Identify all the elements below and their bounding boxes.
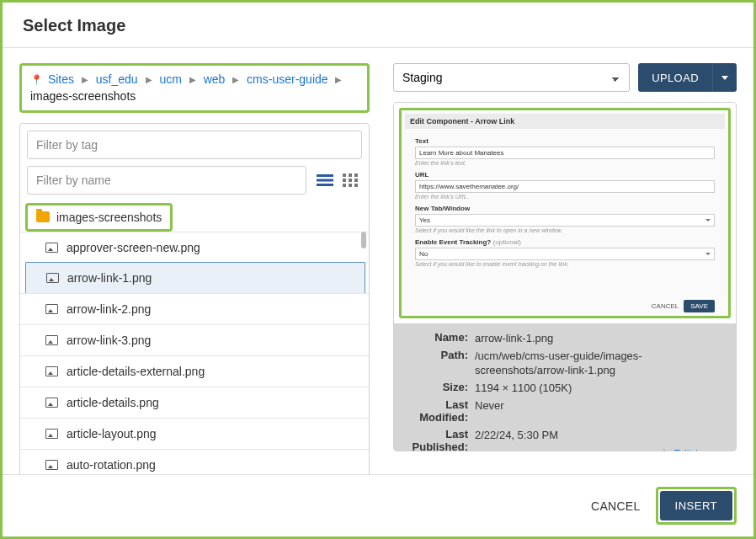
svg-rect-11 [354,184,358,187]
breadcrumb-link[interactable]: ucm [159,72,181,86]
chevron-right-icon: ▶ [335,74,342,87]
svg-rect-10 [349,184,352,187]
cancel-button[interactable]: CANCEL [591,499,641,513]
svg-rect-0 [317,174,333,177]
filter-tag-input[interactable] [27,131,362,159]
image-icon [45,243,58,253]
file-item[interactable]: approver-screen-new.png [20,232,369,263]
file-item[interactable]: arrow-link-1.png [25,262,365,294]
image-icon [45,429,58,439]
grid-view-icon[interactable] [338,168,362,192]
file-name: arrow-link-3.png [67,334,151,347]
file-name: article-details.png [67,396,159,409]
breadcrumb-link[interactable]: Sites [48,72,74,86]
chevron-right-icon: ▶ [146,74,152,87]
svg-rect-6 [343,179,346,182]
breadcrumb-link[interactable]: usf_edu [96,72,138,86]
breadcrumb-link[interactable]: web [204,72,226,86]
file-panel: images-screenshots approver-screen-new.p… [19,123,370,499]
insert-button[interactable]: INSERT [660,491,732,520]
meta-path: /ucm/web/cms-user-guide/images-screensho… [475,350,726,377]
environment-select[interactable]: Staging [393,63,630,92]
file-list: approver-screen-new.pngarrow-link-1.pnga… [20,232,369,498]
list-view-icon[interactable] [313,168,337,192]
meta-size: 1194 × 1100 (105K) [475,382,726,395]
breadcrumb-current: images-screenshots [30,89,136,103]
breadcrumb-link[interactable]: cms-user-guide [247,72,327,86]
dialog-title: Select Image [23,16,733,35]
image-icon [45,335,58,345]
filter-name-input[interactable] [27,166,306,195]
file-name: arrow-link-1.png [67,271,152,285]
preview-panel: Edit Component - Arrow Link TextLearn Mo… [393,102,737,451]
svg-rect-7 [349,179,352,182]
image-icon [45,398,58,408]
file-name: arrow-link-2.png [67,302,151,316]
folder-icon [36,211,50,222]
image-icon [46,273,59,283]
folder-header[interactable]: images-screenshots [25,203,173,232]
svg-rect-2 [317,184,333,186]
file-item[interactable]: arrow-link-3.png [20,324,369,355]
upload-dropdown-button[interactable] [712,63,737,92]
file-name: article-layout.png [67,427,157,440]
file-name: auto-rotation.png [67,458,156,472]
svg-rect-8 [354,179,358,182]
file-name: approver-screen-new.png [67,241,200,254]
svg-rect-4 [349,173,352,177]
dialog-footer: CANCEL INSERT [3,474,753,536]
svg-rect-5 [354,173,358,177]
pencil-icon: ✎ [662,448,670,451]
preview-image: Edit Component - Arrow Link TextLearn Mo… [399,108,731,318]
chevron-right-icon: ▶ [232,74,239,87]
file-item[interactable]: article-layout.png [20,418,369,449]
upload-button[interactable]: UPLOAD [638,63,712,92]
svg-rect-1 [317,179,333,181]
chevron-down-icon [721,76,728,80]
file-item[interactable]: article-details-external.png [20,355,369,387]
breadcrumb: 📍 Sites ▶ usf_edu ▶ ucm ▶ web ▶ cms-user… [19,63,370,113]
scrollbar[interactable] [360,232,367,498]
svg-rect-3 [343,173,346,177]
chevron-right-icon: ▶ [82,74,88,87]
edit-image-link[interactable]: ✎Edit Image [662,447,726,451]
svg-rect-9 [343,184,346,187]
image-icon [45,304,58,314]
dialog-header: Select Image [3,3,753,48]
chevron-right-icon: ▶ [189,74,196,87]
file-item[interactable]: arrow-link-2.png [20,293,369,324]
meta-name: arrow-link-1.png [475,332,726,345]
file-metadata: Name:arrow-link-1.png Path:/ucm/web/cms-… [394,323,736,451]
pin-icon: 📍 [30,74,43,86]
image-icon [45,460,58,470]
file-item[interactable]: article-details.png [20,387,369,418]
file-name: article-details-external.png [67,365,205,378]
image-icon [45,366,58,376]
meta-modified: Never [475,399,726,424]
folder-label: images-screenshots [56,211,162,224]
